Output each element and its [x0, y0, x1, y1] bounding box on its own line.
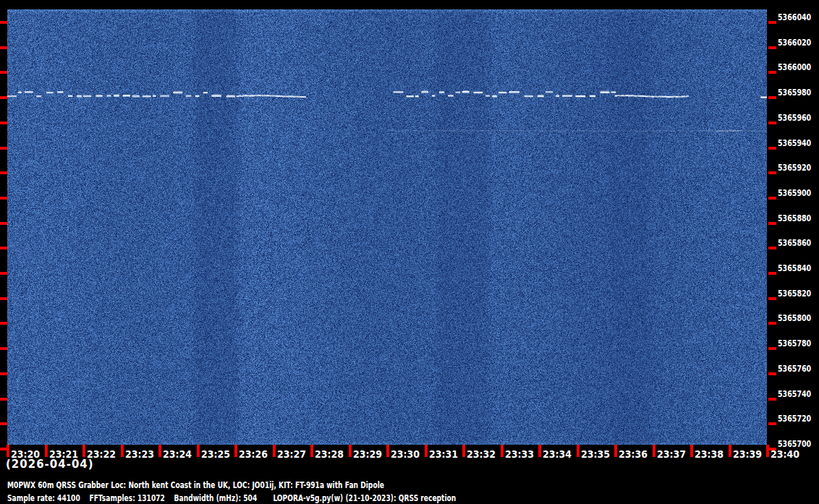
freq-tick-right [768, 247, 776, 249]
freq-label: 5365840 [778, 263, 811, 273]
spectrogram-canvas [7, 9, 767, 445]
freq-label: 5365860 [778, 238, 811, 248]
freq-tick-left [0, 272, 7, 275]
time-tick [310, 445, 313, 457]
time-label: 23:23 [125, 448, 154, 460]
time-label: 23:34 [543, 448, 572, 460]
time-label: 23:33 [505, 448, 534, 460]
time-tick [425, 445, 428, 457]
freq-tick-left [0, 297, 7, 300]
freq-tick-right [768, 297, 776, 300]
time-label: 23:27 [277, 448, 306, 460]
time-tick [766, 445, 769, 457]
time-label: 23:26 [239, 448, 268, 460]
freq-tick-right [768, 46, 776, 49]
time-label: 23:37 [657, 448, 686, 460]
freq-tick-right [768, 322, 776, 325]
time-label: 23:32 [467, 448, 496, 460]
freq-label: 5365800 [778, 313, 811, 323]
time-tick [197, 445, 200, 457]
time-label: 23:25 [201, 448, 230, 460]
time-tick [234, 445, 237, 457]
freq-label: 5365960 [778, 113, 811, 123]
time-tick [273, 445, 276, 457]
freq-tick-right [768, 272, 776, 275]
freq-label: 5365700 [778, 439, 811, 449]
freq-label: 5365820 [778, 289, 811, 299]
time-tick [462, 445, 465, 457]
freq-tick-left [0, 46, 7, 49]
time-tick [614, 445, 617, 457]
time-label: 23:36 [619, 448, 648, 460]
time-tick [538, 445, 541, 457]
freq-tick-right [768, 21, 776, 24]
time-tick [653, 445, 655, 457]
time-tick [577, 445, 580, 457]
time-label: 23:28 [315, 448, 344, 460]
freq-tick-left [0, 71, 7, 74]
freq-tick-left [0, 21, 7, 24]
time-tick [729, 445, 731, 457]
freq-label: 5365760 [778, 364, 811, 374]
freq-label: 5365980 [778, 87, 811, 98]
freq-tick-right [768, 71, 776, 74]
qrss-grabber-window: 5366040536602053660005365980536596053659… [0, 0, 819, 504]
freq-tick-right [768, 197, 776, 200]
freq-label: 5365740 [778, 389, 811, 399]
freq-tick-right [768, 121, 776, 124]
freq-tick-left [0, 197, 7, 200]
time-tick [501, 445, 504, 457]
time-tick [158, 445, 161, 457]
station-info-line: M0PWX 60m QRSS Grabber Loc: North kent C… [7, 479, 384, 490]
date-label: (2026-04-04) [6, 458, 94, 471]
freq-tick-left [0, 322, 7, 325]
freq-tick-right [768, 147, 776, 150]
time-tick [349, 445, 352, 457]
freq-tick-right [768, 96, 776, 99]
time-tick [690, 445, 693, 457]
freq-tick-left [0, 171, 7, 174]
freq-label: 5366020 [778, 38, 811, 48]
settings-info-line: Sample rate: 44100 FFTsamples: 131072 Ba… [7, 492, 456, 503]
freq-tick-left [0, 96, 7, 99]
freq-label: 5365780 [778, 338, 811, 349]
freq-label: 5365920 [778, 163, 811, 173]
time-label: 23:39 [733, 448, 762, 460]
freq-label: 5365940 [778, 138, 811, 148]
time-label: 23:35 [581, 448, 610, 460]
freq-tick-right [768, 171, 776, 174]
freq-tick-right [768, 422, 776, 425]
time-label: 23:30 [391, 448, 420, 460]
freq-label: 5366040 [778, 12, 811, 22]
time-tick [45, 445, 48, 457]
time-label: 23:29 [353, 448, 382, 460]
freq-tick-left [0, 222, 7, 225]
freq-tick-left [0, 247, 7, 249]
freq-label: 5366000 [778, 62, 811, 72]
freq-tick-right [768, 372, 776, 375]
freq-tick-right [768, 222, 776, 225]
freq-tick-right [768, 398, 776, 401]
freq-label: 5365880 [778, 213, 811, 223]
time-tick [121, 445, 124, 457]
time-tick [7, 445, 9, 457]
freq-tick-left [0, 347, 7, 350]
time-label: 23:24 [163, 448, 192, 460]
freq-tick-left [0, 398, 7, 401]
time-tick [386, 445, 389, 457]
freq-tick-left [0, 422, 7, 425]
time-label: 23:31 [429, 448, 458, 460]
time-label: 23:40 [771, 448, 799, 460]
freq-tick-right [768, 347, 776, 350]
freq-label: 5365900 [778, 188, 811, 198]
freq-tick-left [0, 121, 7, 124]
freq-tick-left [0, 147, 7, 150]
freq-tick-left [0, 372, 7, 375]
time-label: 23:38 [695, 448, 723, 460]
freq-label: 5365720 [778, 414, 811, 424]
time-tick [82, 445, 85, 457]
